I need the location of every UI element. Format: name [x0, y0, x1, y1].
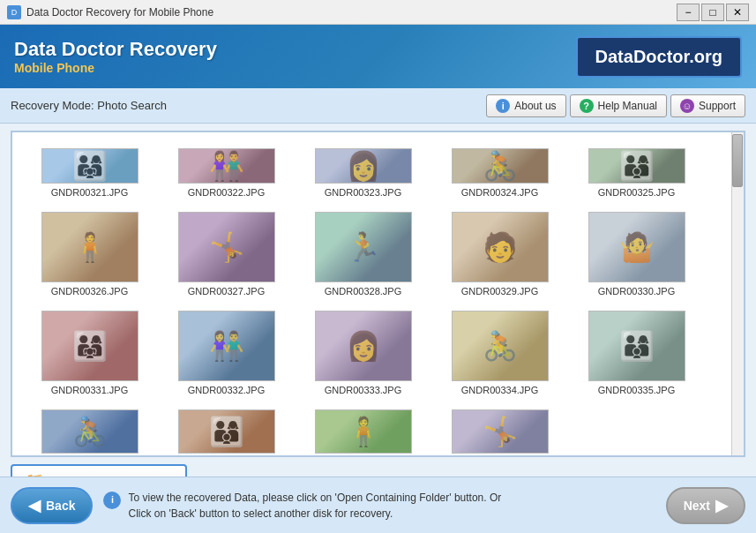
back-button[interactable]: ◀ Back — [11, 487, 93, 524]
photo-label: GNDR00328.JPG — [298, 286, 428, 297]
photo-grid[interactable]: 👨‍👩‍👧GNDR00321.JPG👫GNDR00322.JPG👩GNDR003… — [12, 132, 731, 455]
list-item[interactable]: 🤸 — [431, 402, 568, 455]
list-item[interactable]: 👨‍👩‍👧GNDR00331.JPG — [21, 304, 158, 402]
help-icon: ? — [580, 99, 594, 113]
list-item[interactable]: 👨‍👩‍👧GNDR00321.JPG — [21, 141, 158, 205]
photo-label: GNDR00325.JPG — [572, 187, 701, 198]
recovery-mode-label: Recovery Mode: Photo Search — [11, 99, 167, 112]
photo-label: GNDR00327.JPG — [161, 286, 291, 297]
photo-label: GNDR00335.JPG — [572, 385, 701, 395]
list-item[interactable]: 👩GNDR00333.JPG — [295, 304, 431, 402]
list-item[interactable]: 👫GNDR00332.JPG — [158, 304, 295, 402]
info-line1: To view the recovered Data, please click… — [128, 492, 501, 504]
minimize-button[interactable]: − — [677, 4, 700, 21]
help-manual-button[interactable]: ? Help Manual — [570, 94, 667, 117]
list-item[interactable]: 👨‍👩‍👦GNDR00325.JPG — [568, 141, 705, 205]
close-button[interactable]: ✕ — [726, 4, 749, 21]
brand-badge: DataDoctor.org — [576, 36, 742, 78]
bottom-bar: ◀ Back i To view the recovered Data, ple… — [0, 477, 756, 533]
window-title: Data Doctor Recovery for Mobile Phone — [26, 6, 213, 19]
photo-label: GNDR00330.JPG — [572, 286, 701, 297]
about-us-button[interactable]: i About us — [486, 94, 565, 117]
toolbar-buttons: i About us ? Help Manual ☺ Support — [486, 94, 745, 117]
list-item[interactable]: 👨‍👩‍👦 — [158, 402, 295, 455]
maximize-button[interactable]: □ — [701, 4, 724, 21]
list-item[interactable]: 🏃GNDR00328.JPG — [295, 205, 431, 304]
app-icon: D — [7, 5, 21, 19]
photo-label: GNDR00322.JPG — [161, 187, 291, 198]
list-item[interactable]: 🧍 — [295, 402, 431, 455]
photo-label: GNDR00326.JPG — [25, 286, 154, 297]
support-button[interactable]: ☺ Support — [670, 94, 745, 117]
app-title-main: Data Doctor Recovery — [14, 38, 217, 61]
info-icon: i — [496, 99, 510, 113]
list-item[interactable]: 🤸GNDR00327.JPG — [158, 205, 295, 304]
window-controls: − □ ✕ — [677, 4, 749, 21]
photo-label: GNDR00324.JPG — [435, 187, 565, 198]
help-manual-label: Help Manual — [598, 100, 657, 112]
info-message: i To view the recovered Data, please cli… — [103, 490, 655, 522]
info-circle-icon: i — [103, 492, 121, 509]
app-header: Data Doctor Recovery Mobile Phone DataDo… — [0, 25, 756, 88]
next-button[interactable]: Next ▶ — [666, 487, 745, 524]
photo-label: GNDR00332.JPG — [161, 385, 291, 395]
info-line2: Click on 'Back' button to select another… — [128, 507, 393, 520]
photo-label: GNDR00334.JPG — [435, 385, 565, 395]
scrollbar-thumb[interactable] — [732, 134, 743, 187]
info-text: To view the recovered Data, please click… — [128, 490, 501, 522]
photo-label: GNDR00331.JPG — [25, 385, 154, 395]
title-bar: D Data Doctor Recovery for Mobile Phone … — [0, 0, 756, 25]
list-item[interactable]: 🤷GNDR00330.JPG — [568, 205, 705, 304]
list-item[interactable]: 👩GNDR00323.JPG — [295, 141, 431, 205]
toolbar: Recovery Mode: Photo Search i About us ?… — [0, 88, 756, 124]
list-item[interactable]: 🧑GNDR00329.JPG — [431, 205, 568, 304]
app-title: Data Doctor Recovery Mobile Phone — [14, 38, 217, 75]
next-label: Next — [684, 499, 710, 513]
photo-label: GNDR00323.JPG — [298, 187, 428, 198]
list-item[interactable]: 👨‍👩‍👦GNDR00335.JPG — [568, 304, 705, 402]
back-arrow-icon: ◀ — [28, 496, 41, 515]
list-item[interactable]: 🚴GNDR00324.JPG — [431, 141, 568, 205]
photo-gallery: 👨‍👩‍👧GNDR00321.JPG👫GNDR00322.JPG👩GNDR003… — [11, 131, 745, 457]
support-label: Support — [699, 100, 736, 112]
person-icon: ☺ — [680, 99, 694, 113]
back-label: Back — [46, 499, 75, 513]
next-arrow-icon: ▶ — [715, 496, 728, 515]
list-item[interactable]: 🚴 — [21, 402, 158, 455]
photo-label: GNDR00333.JPG — [298, 385, 428, 395]
about-us-label: About us — [514, 100, 556, 112]
list-item[interactable]: 🧍GNDR00326.JPG — [21, 205, 158, 304]
photo-label: GNDR00329.JPG — [435, 286, 565, 297]
app-title-sub: Mobile Phone — [14, 61, 217, 75]
list-item[interactable]: 🚴GNDR00334.JPG — [431, 304, 568, 402]
photo-label: GNDR00321.JPG — [25, 187, 154, 198]
list-item[interactable]: 👫GNDR00322.JPG — [158, 141, 295, 205]
scrollbar-track[interactable] — [731, 132, 744, 455]
